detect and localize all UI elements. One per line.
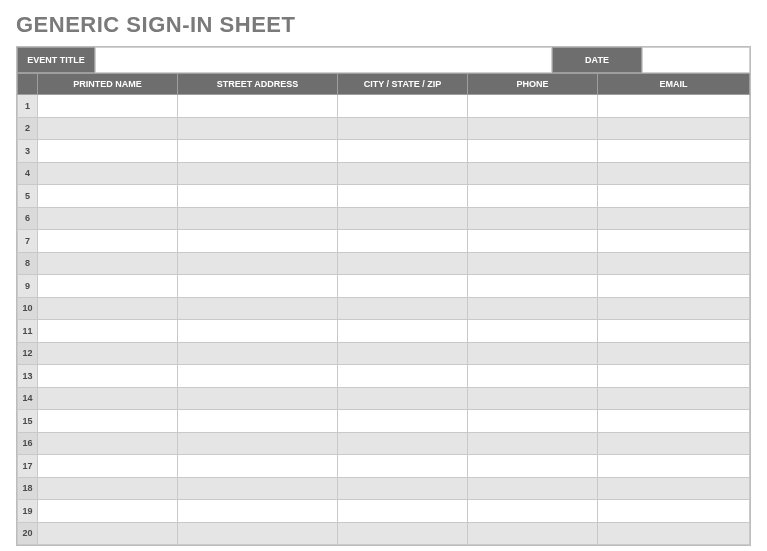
cell-street-address[interactable] bbox=[178, 140, 338, 163]
cell-city-state-zip[interactable] bbox=[338, 365, 468, 388]
cell-email[interactable] bbox=[598, 230, 750, 253]
cell-street-address[interactable] bbox=[178, 500, 338, 523]
cell-city-state-zip[interactable] bbox=[338, 185, 468, 208]
cell-street-address[interactable] bbox=[178, 162, 338, 185]
cell-printed-name[interactable] bbox=[38, 297, 178, 320]
cell-city-state-zip[interactable] bbox=[338, 455, 468, 478]
cell-city-state-zip[interactable] bbox=[338, 230, 468, 253]
cell-phone[interactable] bbox=[468, 432, 598, 455]
cell-printed-name[interactable] bbox=[38, 95, 178, 118]
cell-city-state-zip[interactable] bbox=[338, 320, 468, 343]
cell-printed-name[interactable] bbox=[38, 162, 178, 185]
cell-phone[interactable] bbox=[468, 477, 598, 500]
cell-street-address[interactable] bbox=[178, 252, 338, 275]
cell-printed-name[interactable] bbox=[38, 455, 178, 478]
cell-printed-name[interactable] bbox=[38, 275, 178, 298]
cell-phone[interactable] bbox=[468, 117, 598, 140]
cell-printed-name[interactable] bbox=[38, 230, 178, 253]
cell-street-address[interactable] bbox=[178, 207, 338, 230]
cell-printed-name[interactable] bbox=[38, 432, 178, 455]
cell-phone[interactable] bbox=[468, 140, 598, 163]
cell-phone[interactable] bbox=[468, 410, 598, 433]
cell-city-state-zip[interactable] bbox=[338, 297, 468, 320]
cell-phone[interactable] bbox=[468, 365, 598, 388]
cell-email[interactable] bbox=[598, 162, 750, 185]
cell-printed-name[interactable] bbox=[38, 477, 178, 500]
cell-city-state-zip[interactable] bbox=[338, 387, 468, 410]
cell-email[interactable] bbox=[598, 522, 750, 545]
cell-phone[interactable] bbox=[468, 455, 598, 478]
cell-printed-name[interactable] bbox=[38, 500, 178, 523]
cell-city-state-zip[interactable] bbox=[338, 410, 468, 433]
cell-phone[interactable] bbox=[468, 275, 598, 298]
cell-phone[interactable] bbox=[468, 522, 598, 545]
cell-printed-name[interactable] bbox=[38, 320, 178, 343]
cell-email[interactable] bbox=[598, 297, 750, 320]
cell-printed-name[interactable] bbox=[38, 140, 178, 163]
cell-email[interactable] bbox=[598, 252, 750, 275]
cell-printed-name[interactable] bbox=[38, 365, 178, 388]
cell-phone[interactable] bbox=[468, 162, 598, 185]
cell-printed-name[interactable] bbox=[38, 342, 178, 365]
cell-printed-name[interactable] bbox=[38, 410, 178, 433]
cell-email[interactable] bbox=[598, 365, 750, 388]
cell-street-address[interactable] bbox=[178, 387, 338, 410]
cell-street-address[interactable] bbox=[178, 95, 338, 118]
cell-street-address[interactable] bbox=[178, 365, 338, 388]
cell-email[interactable] bbox=[598, 455, 750, 478]
cell-street-address[interactable] bbox=[178, 522, 338, 545]
cell-printed-name[interactable] bbox=[38, 387, 178, 410]
cell-street-address[interactable] bbox=[178, 185, 338, 208]
cell-street-address[interactable] bbox=[178, 455, 338, 478]
cell-printed-name[interactable] bbox=[38, 207, 178, 230]
cell-email[interactable] bbox=[598, 477, 750, 500]
cell-street-address[interactable] bbox=[178, 432, 338, 455]
cell-email[interactable] bbox=[598, 387, 750, 410]
cell-street-address[interactable] bbox=[178, 342, 338, 365]
cell-email[interactable] bbox=[598, 95, 750, 118]
cell-printed-name[interactable] bbox=[38, 185, 178, 208]
cell-email[interactable] bbox=[598, 207, 750, 230]
cell-city-state-zip[interactable] bbox=[338, 500, 468, 523]
cell-city-state-zip[interactable] bbox=[338, 252, 468, 275]
cell-city-state-zip[interactable] bbox=[338, 140, 468, 163]
cell-email[interactable] bbox=[598, 410, 750, 433]
cell-city-state-zip[interactable] bbox=[338, 117, 468, 140]
cell-city-state-zip[interactable] bbox=[338, 162, 468, 185]
cell-email[interactable] bbox=[598, 342, 750, 365]
cell-email[interactable] bbox=[598, 140, 750, 163]
cell-city-state-zip[interactable] bbox=[338, 432, 468, 455]
cell-phone[interactable] bbox=[468, 252, 598, 275]
cell-printed-name[interactable] bbox=[38, 522, 178, 545]
cell-phone[interactable] bbox=[468, 500, 598, 523]
cell-street-address[interactable] bbox=[178, 117, 338, 140]
cell-phone[interactable] bbox=[468, 207, 598, 230]
cell-email[interactable] bbox=[598, 117, 750, 140]
cell-city-state-zip[interactable] bbox=[338, 207, 468, 230]
cell-printed-name[interactable] bbox=[38, 117, 178, 140]
cell-phone[interactable] bbox=[468, 387, 598, 410]
cell-city-state-zip[interactable] bbox=[338, 275, 468, 298]
cell-street-address[interactable] bbox=[178, 230, 338, 253]
cell-phone[interactable] bbox=[468, 342, 598, 365]
cell-street-address[interactable] bbox=[178, 410, 338, 433]
cell-email[interactable] bbox=[598, 500, 750, 523]
cell-city-state-zip[interactable] bbox=[338, 342, 468, 365]
cell-city-state-zip[interactable] bbox=[338, 477, 468, 500]
cell-street-address[interactable] bbox=[178, 477, 338, 500]
cell-phone[interactable] bbox=[468, 95, 598, 118]
cell-street-address[interactable] bbox=[178, 297, 338, 320]
cell-street-address[interactable] bbox=[178, 320, 338, 343]
cell-email[interactable] bbox=[598, 432, 750, 455]
cell-phone[interactable] bbox=[468, 297, 598, 320]
date-field[interactable] bbox=[642, 47, 750, 73]
cell-city-state-zip[interactable] bbox=[338, 95, 468, 118]
cell-email[interactable] bbox=[598, 320, 750, 343]
cell-printed-name[interactable] bbox=[38, 252, 178, 275]
cell-email[interactable] bbox=[598, 185, 750, 208]
cell-phone[interactable] bbox=[468, 185, 598, 208]
cell-street-address[interactable] bbox=[178, 275, 338, 298]
cell-email[interactable] bbox=[598, 275, 750, 298]
cell-city-state-zip[interactable] bbox=[338, 522, 468, 545]
cell-phone[interactable] bbox=[468, 320, 598, 343]
